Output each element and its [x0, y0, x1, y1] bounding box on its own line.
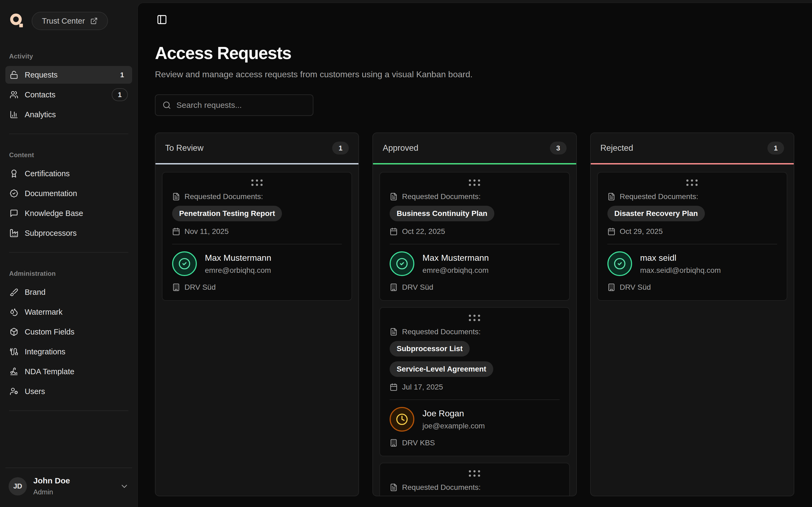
request-card[interactable]: Requested Documents: Disaster Recovery P…	[597, 172, 787, 301]
paintbrush-icon	[10, 288, 18, 296]
document-chip: Disaster Recovery Plan	[607, 206, 705, 221]
column-title: To Review	[165, 143, 204, 153]
search-icon	[162, 101, 171, 109]
sidebar-item-subprocessors[interactable]: Subprocessors	[5, 224, 132, 242]
sidebar: Trust Center Activity Requests 1 Contact…	[0, 0, 138, 507]
sidebar-item-requests[interactable]: Requests 1	[5, 66, 132, 84]
lock-open-icon	[10, 70, 18, 79]
orbiq-logo-icon	[9, 13, 25, 29]
company-row: DRV Süd	[390, 283, 559, 292]
sidebar-item-label: Watermark	[25, 308, 62, 317]
document-chips: Penetration Testing Report	[172, 206, 342, 221]
factory-icon	[10, 229, 18, 237]
droplets-icon	[10, 308, 18, 316]
building-icon	[390, 283, 398, 291]
sidebar-item-knowledge-base[interactable]: Knowledge Base	[5, 205, 132, 222]
page-title: Access Requests	[155, 43, 794, 63]
kanban-board: To Review 1 Requested Documents: Penetra…	[155, 132, 794, 496]
message-square-icon	[10, 209, 18, 218]
request-date: Jul 17, 2025	[402, 383, 443, 391]
request-date: Oct 22, 2025	[402, 227, 445, 236]
requester: Joe Rogan joe@example.com	[390, 407, 559, 432]
sidebar-item-watermark[interactable]: Watermark	[5, 303, 132, 321]
request-card[interactable]: Requested Documents: Penetration Testing…	[162, 172, 352, 301]
requester-name: Joe Rogan	[422, 408, 485, 418]
requested-documents-row: Requested Documents:	[390, 192, 559, 201]
requester-company: DRV Süd	[402, 283, 433, 292]
sidebar-item-documentation[interactable]: Documentation	[5, 184, 132, 202]
requested-documents-label: Requested Documents:	[185, 192, 263, 201]
award-icon	[10, 169, 18, 178]
company-row: DRV Süd	[172, 283, 342, 292]
requested-documents-label: Requested Documents:	[620, 192, 698, 201]
sidebar-item-contacts[interactable]: Contacts 1	[5, 86, 132, 104]
external-link-icon	[90, 17, 98, 25]
user-menu[interactable]: JD John Doe Admin	[5, 467, 132, 507]
sidebar-divider	[9, 252, 129, 253]
clock-icon	[396, 413, 408, 426]
requester-email: joe@example.com	[422, 422, 485, 430]
request-card[interactable]: Requested Documents: IT Contingency Plan…	[379, 463, 569, 496]
document-chips: Subprocessor List Service-Level Agreemen…	[390, 341, 559, 377]
sidebar-item-label: Analytics	[25, 110, 56, 119]
column-count-badge: 1	[332, 142, 349, 155]
sidebar-item-certifications[interactable]: Certifications	[5, 165, 132, 182]
calendar-icon	[390, 383, 398, 391]
requested-documents-row: Requested Documents:	[390, 483, 559, 492]
sidebar-item-label: Subprocessors	[25, 229, 77, 238]
user-cog-icon	[10, 387, 18, 396]
drag-handle[interactable]	[251, 179, 263, 186]
requester-email: emre@orbiqhq.com	[422, 266, 489, 275]
column-body: Requested Documents: Penetration Testing…	[155, 164, 358, 496]
requester-company: DRV Süd	[185, 283, 216, 292]
requests-count-badge: 1	[120, 71, 128, 79]
search-input[interactable]	[176, 101, 306, 110]
column-count-badge: 1	[767, 142, 784, 155]
column-header: To Review 1	[155, 133, 358, 164]
drag-handle[interactable]	[686, 179, 698, 186]
date-row: Oct 29, 2025	[607, 227, 777, 236]
column-title: Approved	[383, 143, 418, 153]
requester-email: max.seidl@orbiqhq.com	[640, 266, 721, 275]
requester-name: Max Mustermann	[422, 253, 489, 263]
section-label-content: Content	[9, 151, 129, 159]
requested-documents-row: Requested Documents:	[172, 192, 342, 201]
sidebar-item-nda-template[interactable]: NDA Template	[5, 363, 132, 380]
requested-documents-label: Requested Documents:	[402, 192, 480, 201]
document-chip: Business Continuity Plan	[390, 206, 494, 221]
search-box[interactable]	[155, 95, 313, 116]
drag-handle[interactable]	[469, 179, 480, 186]
drag-handle[interactable]	[469, 470, 480, 477]
requester-company: DRV KBS	[402, 439, 435, 447]
sidebar-toggle-button[interactable]	[155, 13, 169, 26]
box-icon	[10, 328, 18, 336]
file-text-icon	[172, 192, 180, 201]
sidebar-item-users[interactable]: Users	[5, 383, 132, 400]
request-card[interactable]: Requested Documents: Business Continuity…	[379, 172, 569, 301]
request-card[interactable]: Requested Documents: Subprocessor List S…	[379, 307, 569, 456]
drag-handle[interactable]	[469, 315, 480, 321]
sidebar-item-integrations[interactable]: Integrations	[5, 343, 132, 360]
sidebar-item-label: Contacts	[25, 91, 55, 99]
sidebar-item-label: NDA Template	[25, 367, 74, 376]
sidebar-item-custom-fields[interactable]: Custom Fields	[5, 323, 132, 341]
card-divider	[172, 244, 342, 244]
requested-documents-label: Requested Documents:	[402, 483, 480, 492]
sidebar-divider	[9, 410, 129, 411]
sidebar-item-label: Users	[25, 387, 45, 396]
trust-center-button[interactable]: Trust Center	[32, 12, 108, 30]
file-text-icon	[390, 192, 398, 201]
sidebar-item-analytics[interactable]: Analytics	[5, 106, 132, 123]
document-chips: Disaster Recovery Plan	[607, 206, 777, 221]
sidebar-item-label: Brand	[25, 288, 45, 297]
sidebar-item-label: Documentation	[25, 189, 77, 198]
user-name: John Doe	[33, 476, 70, 485]
column-rejected: Rejected 1 Requested Documents: Disaster…	[590, 132, 794, 496]
sidebar-item-brand[interactable]: Brand	[5, 283, 132, 301]
column-approved: Approved 3 Requested Documents: Business…	[372, 132, 576, 496]
column-header: Approved 3	[373, 133, 576, 164]
circle-check-icon	[178, 258, 191, 270]
requested-documents-row: Requested Documents:	[607, 192, 777, 201]
cable-icon	[10, 347, 18, 356]
calendar-icon	[172, 227, 180, 235]
